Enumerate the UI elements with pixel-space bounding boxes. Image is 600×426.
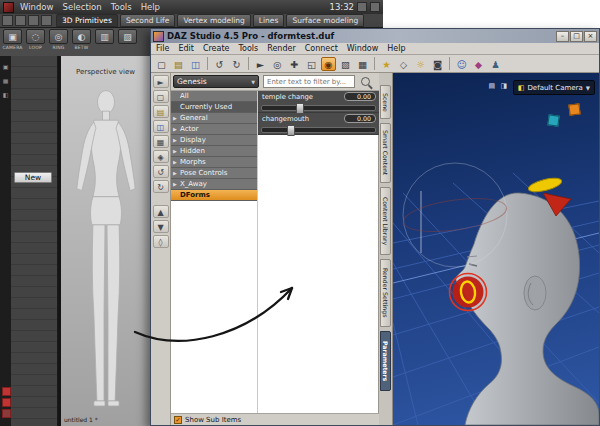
poses-icon[interactable]: ♟ <box>488 57 503 71</box>
menu-connect[interactable]: Connect <box>305 44 338 53</box>
render-icon[interactable]: ★ <box>379 57 394 71</box>
close-button[interactable]: × <box>584 31 597 42</box>
save-file-icon[interactable]: ◫ <box>188 57 203 71</box>
bg-view-icon[interactable] <box>2 15 13 26</box>
cameras-icon[interactable]: ◙ <box>430 57 445 71</box>
tab-render-settings[interactable]: Render Settings <box>380 259 391 327</box>
menu-file[interactable]: File <box>156 44 169 53</box>
camera-selector[interactable]: ◧ Default Camera ▼ <box>513 80 595 95</box>
titlebar[interactable]: DAZ Studio 4.5 Pro - dformtest.duf – □ × <box>151 29 599 43</box>
between-tool-button[interactable]: ◐ BETW <box>71 29 92 55</box>
perspective-icon[interactable]: ◇ <box>396 57 411 71</box>
menu-help[interactable]: Help <box>387 44 405 53</box>
bg-menu-help[interactable]: Help <box>141 2 160 12</box>
undo-strip-icon[interactable]: ↺ <box>153 165 169 178</box>
bg-view-icon-4[interactable] <box>41 15 52 26</box>
ring-tool-button[interactable]: ◎ RING <box>48 29 69 55</box>
menu-tools[interactable]: Tools <box>238 44 258 53</box>
minimize-button[interactable]: – <box>556 31 569 42</box>
dform-node-icon[interactable] <box>568 103 580 115</box>
weld-tool-button[interactable]: ▥ <box>94 29 115 55</box>
param-group-dforms[interactable]: DForms <box>171 190 257 201</box>
loop-tool-button[interactable]: ◌ LOOP <box>25 29 46 55</box>
spot-render-icon[interactable]: ▦ <box>355 57 370 71</box>
param-group-pose-controls[interactable]: ▶ Pose Controls <box>171 168 257 179</box>
bg-strip-red-icon-2[interactable] <box>2 398 11 407</box>
new-button[interactable]: New <box>14 172 52 183</box>
pane-options-icon[interactable]: ▤ <box>488 82 495 90</box>
open-icon[interactable]: ▤ <box>153 105 169 118</box>
bg-tab-second-life[interactable]: Second Life <box>120 14 176 27</box>
extract-tool-button[interactable]: ▨ <box>117 29 138 55</box>
slider-value[interactable]: 0.00 <box>344 114 376 123</box>
menu-window[interactable]: Window <box>347 44 379 53</box>
slider-track[interactable] <box>261 105 376 111</box>
bg-tab-vertex-modeling[interactable]: Vertex modeling <box>177 14 250 27</box>
param-group-display[interactable]: ▶ Display <box>171 135 257 146</box>
node-select-tool-icon[interactable]: ► <box>253 57 268 71</box>
param-group-general[interactable]: ▶ General <box>171 113 257 124</box>
new-icon[interactable]: ▢ <box>153 90 169 103</box>
daz-3d-viewport[interactable]: ▤ ◨ ◧ Default Camera ▼ <box>393 73 599 425</box>
bg-layer-list[interactable]: New <box>11 56 58 426</box>
tab-parameters[interactable]: Parameters <box>380 331 391 391</box>
search-icon[interactable] <box>361 77 370 86</box>
param-group-x-away[interactable]: ▶ X_Away <box>171 179 257 190</box>
slider-value[interactable]: 0.00 <box>344 92 376 101</box>
slider-track[interactable] <box>261 127 376 133</box>
dform-base-node-icon[interactable] <box>547 114 559 126</box>
tab-content-library[interactable]: Content Library <box>380 187 391 255</box>
universal-tool-icon[interactable]: ◉ <box>321 57 336 71</box>
redo-strip-icon[interactable]: ↻ <box>153 180 169 193</box>
lights-icon[interactable]: ☼ <box>413 57 428 71</box>
bg-view-icon-3[interactable] <box>28 15 39 26</box>
redo-icon[interactable]: ↻ <box>229 57 244 71</box>
bg-tray-icon-2[interactable] <box>370 2 380 12</box>
surface-tool-icon[interactable]: ▧ <box>338 57 353 71</box>
bg-strip-panel-icon[interactable]: ▦ <box>0 77 11 84</box>
menu-create[interactable]: Create <box>203 44 230 53</box>
param-group-hidden[interactable]: ▶ Hidden <box>171 146 257 157</box>
show-sub-items-checkbox[interactable]: ✓ <box>174 416 182 424</box>
param-group-all[interactable]: All <box>171 91 257 102</box>
new-file-icon[interactable]: ▢ <box>154 57 169 71</box>
bg-view-icon-2[interactable] <box>15 15 26 26</box>
menu-edit[interactable]: Edit <box>178 44 194 53</box>
bg-tab-lines[interactable]: Lines <box>253 14 285 27</box>
pointer-tool-icon[interactable]: ► <box>153 75 169 88</box>
bg-perspective-viewport[interactable]: Perspective view untitled 1 * <box>58 56 150 426</box>
wardrobe-icon[interactable]: ◆ <box>471 57 486 71</box>
param-group-morphs[interactable]: ▶ Morphs <box>171 157 257 168</box>
param-group-currently-used[interactable]: Currently Used <box>171 102 257 113</box>
bg-menu-tools[interactable]: Tools <box>111 2 132 12</box>
open-file-icon[interactable]: ▤ <box>171 57 186 71</box>
undo-icon[interactable]: ↺ <box>212 57 227 71</box>
draw-style-icon[interactable]: ◨ <box>500 82 507 90</box>
tab-smart-content[interactable]: Smart Content <box>380 123 391 183</box>
rotate-tool-icon[interactable]: ◎ <box>270 57 285 71</box>
bg-tray-icon[interactable] <box>357 2 367 12</box>
node-icon[interactable]: ◈ <box>153 150 169 163</box>
bg-strip-shade-icon[interactable]: ◧ <box>0 91 11 98</box>
tab-scene[interactable]: Scene <box>380 85 391 119</box>
dock-up-icon[interactable]: ▲ <box>153 205 169 218</box>
bg-tab-3d-primitives[interactable]: 3D Primitives <box>56 14 118 27</box>
bg-strip-red-icon-3[interactable] <box>2 409 11 418</box>
figure-selector[interactable]: Genesis ▼ <box>173 75 259 88</box>
style-icon[interactable]: ▦ <box>153 135 169 148</box>
camera-tool-button[interactable]: ▣ CAMERA <box>2 29 23 55</box>
slider-handle[interactable] <box>287 125 295 136</box>
dform-widgets[interactable] <box>393 73 599 425</box>
dock-down-icon[interactable]: ▼ <box>153 220 169 233</box>
scale-tool-icon[interactable]: ◱ <box>304 57 319 71</box>
menu-render[interactable]: Render <box>267 44 295 53</box>
maximize-button[interactable]: □ <box>570 31 583 42</box>
bg-strip-grid-icon[interactable]: ▣ <box>0 63 11 70</box>
param-group-actor[interactable]: ▶ Actor <box>171 124 257 135</box>
multi-view-icon[interactable]: ◊ <box>153 235 169 248</box>
translate-tool-icon[interactable]: ✚ <box>287 57 302 71</box>
save-icon[interactable]: ◫ <box>153 120 169 133</box>
actors-icon[interactable]: ☺ <box>454 57 469 71</box>
bg-menu-window[interactable]: Window <box>20 2 54 12</box>
bg-tab-surface-modeling[interactable]: Surface modeling <box>286 14 364 27</box>
